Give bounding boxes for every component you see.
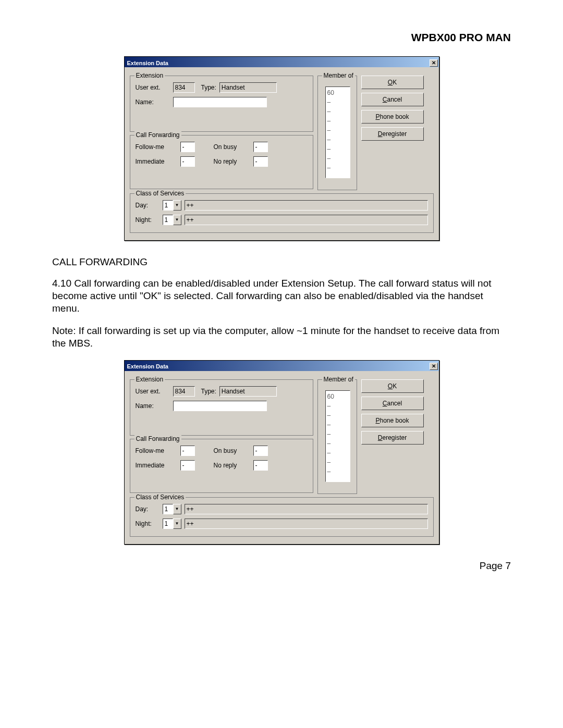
cancel-button[interactable]: Cancel [361, 93, 424, 106]
no-reply-field[interactable]: - [253, 460, 268, 471]
chevron-down-icon[interactable]: ▼ [173, 215, 181, 225]
phone-book-button[interactable]: Phone book [361, 414, 424, 427]
list-item: – [327, 420, 348, 429]
name-field[interactable] [173, 401, 267, 411]
immediate-field[interactable]: - [180, 460, 195, 471]
immediate-label: Immediate [136, 158, 177, 165]
list-item: 60 [327, 392, 348, 401]
list-item: – [327, 439, 348, 448]
extension-data-dialog: Extension Data ✕ Extension User ext. 834… [124, 56, 439, 241]
chevron-down-icon[interactable]: ▼ [173, 200, 181, 211]
day-combo[interactable]: 1 ▼ [163, 200, 181, 211]
type-label: Type: [201, 388, 216, 395]
body-paragraph: 4.10 Call forwarding can be enabled/disa… [52, 277, 511, 314]
on-busy-label: On busy [214, 143, 250, 151]
member-legend: Member of [322, 72, 355, 79]
call-forwarding-group: Call Forwarding Follow-me - On busy - Im… [130, 135, 313, 189]
type-label: Type: [201, 84, 216, 91]
member-list[interactable]: 60 – – – – – – – – [325, 87, 350, 178]
list-item: – [327, 126, 348, 135]
day-label: Day: [136, 202, 160, 209]
close-icon[interactable]: ✕ [430, 59, 438, 67]
day-label: Day: [136, 505, 160, 513]
body-paragraph: Note: If call forwarding is set up via t… [52, 325, 511, 350]
follow-me-label: Follow-me [136, 447, 177, 454]
extension-legend: Extension [134, 72, 165, 79]
ok-button[interactable]: OK [361, 76, 424, 89]
cos-legend: Class of Services [134, 493, 186, 501]
no-reply-label: No reply [214, 462, 250, 469]
close-icon[interactable]: ✕ [430, 363, 438, 370]
night-combo[interactable]: 1 ▼ [163, 215, 181, 225]
follow-me-label: Follow-me [136, 143, 177, 151]
day-value: 1 [163, 200, 173, 211]
member-of-group: Member of 60 – – – – – – – – [317, 76, 357, 190]
night-text-field: ++ [185, 215, 428, 225]
user-ext-field: 834 [173, 386, 195, 397]
call-forwarding-group: Call Forwarding Follow-me - On busy - Im… [130, 439, 313, 493]
on-busy-field[interactable]: - [253, 142, 268, 152]
day-combo[interactable]: 1 ▼ [163, 504, 181, 514]
list-item: – [327, 401, 348, 411]
night-label: Night: [136, 216, 160, 224]
user-ext-label: User ext. [136, 84, 170, 91]
list-item: – [327, 116, 348, 126]
dialog-titlebar: Extension Data ✕ [125, 57, 439, 67]
day-text-field: ++ [185, 200, 428, 211]
list-item: 60 [327, 88, 348, 97]
extension-group: Extension User ext. 834 Type: Handset Na… [130, 76, 313, 132]
list-item: – [327, 458, 348, 467]
night-combo[interactable]: 1 ▼ [163, 519, 181, 529]
ok-button[interactable]: OK [361, 379, 424, 393]
deregister-button[interactable]: Deregister [361, 127, 424, 141]
user-ext-label: User ext. [136, 388, 170, 395]
list-item: – [327, 97, 348, 107]
extension-group: Extension User ext. 834 Type: Handset Na… [130, 379, 313, 436]
extension-data-dialog: Extension Data ✕ Extension User ext. 834… [124, 360, 439, 545]
list-item: – [327, 144, 348, 154]
immediate-field[interactable]: - [180, 156, 195, 167]
deregister-button[interactable]: Deregister [361, 431, 424, 445]
class-of-services-group: Class of Services Day: 1 ▼ ++ Night: 1 ▼ [130, 193, 434, 233]
night-value: 1 [163, 519, 173, 529]
list-item: – [327, 135, 348, 144]
list-item: – [327, 411, 348, 420]
member-legend: Member of [322, 376, 355, 383]
name-label: Name: [136, 98, 170, 106]
dialog-title: Extension Data [127, 363, 168, 369]
no-reply-field[interactable]: - [253, 156, 268, 167]
chevron-down-icon[interactable]: ▼ [173, 504, 181, 514]
type-field: Handset [219, 82, 277, 93]
cf-legend: Call Forwarding [134, 435, 181, 442]
member-of-group: Member of 60 – – – – – – – – [317, 379, 357, 494]
name-field[interactable] [173, 97, 267, 107]
user-ext-field: 834 [173, 82, 195, 93]
chevron-down-icon[interactable]: ▼ [173, 519, 181, 529]
name-label: Name: [136, 402, 170, 410]
follow-me-field[interactable]: - [180, 142, 195, 152]
list-item: – [327, 107, 348, 116]
dialog-title: Extension Data [127, 60, 168, 66]
list-item: – [327, 467, 348, 476]
section-heading: CALL FORWARDING [52, 256, 511, 268]
on-busy-field[interactable]: - [253, 446, 268, 456]
immediate-label: Immediate [136, 462, 177, 469]
phone-book-button[interactable]: Phone book [361, 110, 424, 124]
page-number: Page 7 [52, 560, 511, 572]
document-header: WPBX00 PRO MAN [52, 31, 511, 44]
night-label: Night: [136, 520, 160, 527]
no-reply-label: No reply [214, 158, 250, 165]
cos-legend: Class of Services [134, 190, 186, 197]
member-list[interactable]: 60 – – – – – – – – [325, 390, 350, 482]
follow-me-field[interactable]: - [180, 446, 195, 456]
dialog-titlebar: Extension Data ✕ [125, 361, 439, 371]
day-value: 1 [163, 504, 173, 514]
night-text-field: ++ [185, 519, 428, 529]
cancel-button[interactable]: Cancel [361, 397, 424, 410]
night-value: 1 [163, 215, 173, 225]
type-field: Handset [219, 386, 277, 397]
cf-legend: Call Forwarding [134, 131, 181, 139]
list-item: – [327, 448, 348, 458]
on-busy-label: On busy [214, 447, 250, 454]
extension-legend: Extension [134, 376, 165, 383]
